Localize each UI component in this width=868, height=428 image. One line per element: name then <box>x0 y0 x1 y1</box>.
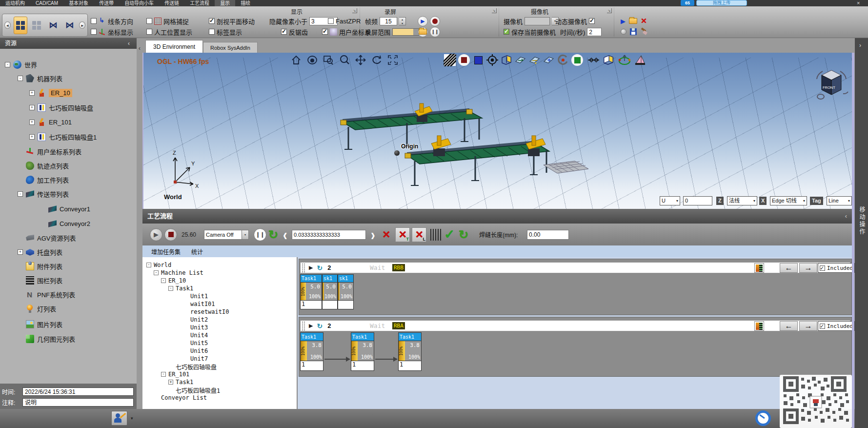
tree-item-gripper1[interactable]: 七巧板四轴吸盘1 <box>49 132 97 142</box>
scroll-left-button[interactable]: ◂ <box>4 21 11 29</box>
step-input[interactable]: 0.03333333333333 <box>292 230 366 240</box>
tree-expander[interactable]: - <box>18 191 23 197</box>
process-play-button[interactable]: ▶ <box>150 228 162 241</box>
drag-handle[interactable] <box>302 322 305 330</box>
tree-item-fence-list[interactable]: 围栏列表 <box>37 276 62 285</box>
time-input[interactable]: 2022/6/24 15:36:31 <box>22 387 134 396</box>
task-cell[interactable]: Task1 100%3.8100% 1 <box>351 332 374 371</box>
tree-expander[interactable]: - <box>5 62 10 67</box>
dynamic-camera-checkbox[interactable] <box>589 18 595 24</box>
record-open-button[interactable] <box>418 27 428 37</box>
menu-tab-active[interactable]: 显示 <box>215 0 235 6</box>
tree-item-conveyor2[interactable]: Conveyor2 <box>60 220 90 227</box>
view-cube[interactable]: FRONT <box>813 64 850 105</box>
tree-item-attachment-list[interactable]: 附件列表 <box>37 262 62 271</box>
u-value-input[interactable]: 0 <box>683 196 712 205</box>
tree-expander[interactable]: - <box>168 286 173 291</box>
menu-tab[interactable]: 描绘 <box>235 0 256 6</box>
antialias-checkbox[interactable] <box>281 29 287 35</box>
record-pause-button[interactable]: ❙❙ <box>430 27 440 37</box>
ptree-item[interactable]: Unit4 <box>190 332 208 339</box>
camera-mode-select[interactable]: Camera Off▾ <box>204 230 249 240</box>
ptree-item[interactable]: Unit3 <box>190 324 208 331</box>
move-left-button[interactable]: ← <box>780 321 798 331</box>
tree-item-agv-list[interactable]: AGV资源列表 <box>37 233 76 243</box>
right-dock-label[interactable]: 移动操作 <box>858 206 866 236</box>
process-stop-button[interactable] <box>164 228 177 241</box>
step-back-icon[interactable]: ‹ <box>283 227 287 242</box>
add-task-set-button[interactable]: 增加任务集 <box>151 247 181 256</box>
tree-item-gripper[interactable]: 七巧板四轴吸盘 <box>49 103 93 112</box>
included-checkbox[interactable] <box>820 265 825 271</box>
dialog-launcher-icon[interactable]: ↘ <box>352 8 357 13</box>
camera-play-icon[interactable]: ▶ <box>621 18 626 25</box>
move-left-button[interactable]: ← <box>780 263 798 273</box>
tag-display-checkbox[interactable] <box>209 29 215 35</box>
tree-expander[interactable]: - <box>161 372 166 377</box>
process-loop-button[interactable]: ↻ <box>268 228 278 242</box>
process-pause-button[interactable]: ❙❙ <box>254 228 266 241</box>
ptree-item[interactable]: 七巧板四轴吸盘 <box>176 363 217 371</box>
fps-input[interactable]: 15 <box>380 17 397 25</box>
track-play-icon[interactable]: ▶ <box>309 323 313 329</box>
task-cell[interactable]: sk1 5.0100% <box>322 274 338 309</box>
menu-tab[interactable]: CAD/CAM <box>30 0 63 6</box>
tree-expander[interactable]: + <box>29 120 35 125</box>
grid-snap-checkbox[interactable] <box>146 18 152 24</box>
task-cell[interactable]: Task1 100%5.0100% 1 <box>300 274 322 309</box>
tree-item-trackpoint-list[interactable]: 轨迹点列表 <box>37 161 69 170</box>
record-play-button[interactable]: ▶ <box>418 16 428 26</box>
menu-tab[interactable]: 运动机构 <box>0 0 30 6</box>
collapse-process-icon[interactable]: ‹ <box>845 209 847 224</box>
track-loop-icon[interactable]: ↻ <box>317 264 323 272</box>
tree-item-conveyor1[interactable]: Conveyor1 <box>60 205 90 213</box>
included-checkbox[interactable] <box>820 324 825 329</box>
included-toggle[interactable]: Included <box>818 321 855 331</box>
move-right-button[interactable]: → <box>799 321 817 331</box>
record-range-swatch[interactable] <box>392 28 420 36</box>
loop-2-button[interactable]: ↻ <box>459 228 468 242</box>
camera-stop-icon[interactable] <box>621 29 626 35</box>
tree-item-er101[interactable]: ER_101 <box>49 119 72 126</box>
camera-time-input[interactable]: 2 <box>587 28 602 36</box>
fastzpr-checkbox[interactable] <box>328 18 334 24</box>
tree-item-picture-list[interactable]: 图片列表 <box>37 320 62 329</box>
dialog-launcher-icon[interactable]: ↘ <box>492 8 497 13</box>
drag-handle[interactable] <box>302 264 305 272</box>
manual-position-checkbox[interactable] <box>146 29 152 35</box>
scroll-right-button[interactable]: ▸ <box>79 21 85 29</box>
upload-button[interactable]: 拖拽上传 <box>696 0 747 6</box>
panel-splitter[interactable] <box>852 53 854 428</box>
line-direction-checkbox[interactable] <box>91 18 97 24</box>
tab-robox-sysaddin[interactable]: Robox SysAddIn <box>203 42 258 53</box>
tree-expander[interactable]: + <box>18 249 23 255</box>
note-input[interactable]: 说明 <box>22 398 134 407</box>
included-toggle[interactable]: Included <box>818 263 855 273</box>
tree-item-er10[interactable]: ER_10 <box>49 89 72 97</box>
ptree-item[interactable]: Task1 <box>176 285 193 292</box>
ptree-item[interactable]: resetwaitI0 <box>190 308 229 315</box>
track-loop-icon[interactable]: ↻ <box>317 322 323 330</box>
confirm-button[interactable]: ✓ <box>444 227 455 242</box>
ptree-item[interactable]: Unit1 <box>190 293 208 300</box>
section-plane-checkbox[interactable] <box>209 18 215 24</box>
move-right-button[interactable]: → <box>799 263 817 273</box>
tree-expander[interactable]: + <box>29 105 35 110</box>
layout-blocks-button[interactable] <box>14 17 27 34</box>
delete-3-button[interactable]: ×L <box>412 227 426 242</box>
u-select[interactable]: U▾ <box>660 196 680 205</box>
tab-3d-environment[interactable]: 3D Environment <box>145 40 203 53</box>
ptree-item[interactable]: ER_10 <box>168 277 186 284</box>
camera-open-icon[interactable] <box>629 18 637 24</box>
tree-expander[interactable]: + <box>29 90 35 96</box>
tree-item-lamp-list[interactable]: 灯列表 <box>37 304 56 313</box>
close-icon[interactable]: × <box>857 0 860 6</box>
fps-spinner[interactable]: ▴▾ <box>399 17 406 25</box>
collapse-panel-icon[interactable]: ‹ <box>139 45 141 52</box>
track-play-icon[interactable]: ▶ <box>309 265 313 271</box>
ptree-item[interactable]: Conveyor List <box>161 394 207 401</box>
brush-icon[interactable] <box>640 28 648 35</box>
tree-item-workpiece-list[interactable]: 加工件列表 <box>37 175 69 184</box>
dialog-launcher-icon[interactable]: ↘ <box>607 8 612 13</box>
menu-tab[interactable]: 自动导向小车 <box>119 0 159 6</box>
